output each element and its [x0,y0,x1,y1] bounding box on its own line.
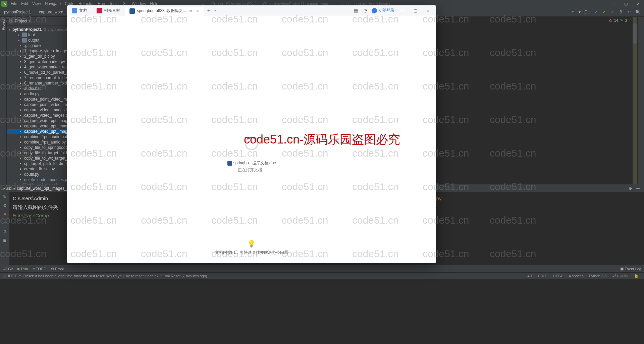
layout-icon[interactable]: ≡ [2,220,7,226]
play-icon: ▶ [17,267,20,271]
problems-tool-tab[interactable]: ⊘Probl... [51,267,67,271]
git-label: Git: [584,10,591,14]
caret-position[interactable]: 4:1 [525,274,535,278]
right-tool-strip [637,17,644,184]
left-tool-strip: Project [0,17,7,184]
print-icon[interactable]: ⎙ [2,229,7,234]
bottom-toolbar: ⎇Git ▶Run ≡TODO ⊘Probl... ▣Event Log [0,265,644,272]
word-icon [129,8,135,14]
file-encoding[interactable]: UTF-8 [550,274,566,278]
python-icon: ● [13,186,15,191]
chevron-up-icon[interactable]: ˄ [629,18,631,22]
run-tab[interactable]: capture_word_ppt_images_d... [17,186,72,191]
hint-text: 文档内按F1，可快速查找并解决办公问题 [215,250,288,255]
trash-icon[interactable]: 🗑 [2,238,7,243]
doc-maximize-button[interactable]: ▢ [411,6,420,15]
breadcrumb-project[interactable]: pythonProject1 [3,10,32,14]
run-settings-icon[interactable]: ⚙ [2,203,7,208]
rerun-icon[interactable]: ↻ [2,194,7,199]
tab-dropdown-icon[interactable]: ▾ [214,9,216,12]
chevron-down-icon[interactable]: ▾ [29,19,30,23]
branch-icon: ⎇ [3,267,7,271]
doc-tab-label: 文档 [79,8,87,13]
app-icon: PC [1,1,7,7]
warning-icon: ⚠ [609,18,612,22]
run-gear-icon[interactable]: ⚙ [627,186,634,191]
loading-status: springbo...据库文档.doc 正在打开文档... [227,160,276,173]
login-button[interactable]: 立即登录 [372,8,394,13]
status-icon[interactable]: ▢ [3,274,6,278]
tab-restore-icon[interactable]: ⧉ [190,9,192,13]
lock-icon[interactable]: 🔒 [631,274,641,278]
menu-file[interactable]: File [9,1,19,6]
doc-close-button[interactable]: ✕ [423,6,433,15]
inspection-widget[interactable]: ⚠ 14 ✎ 2 ˄ ˅ [609,18,635,22]
line-separator[interactable]: CRLF [535,274,550,278]
status-message: IDE Eval Reset: It has been a long time … [8,274,525,278]
git-tool-tab[interactable]: ⎇Git [3,267,13,271]
project-icon [9,19,13,23]
close-button[interactable]: ✕ [632,0,644,7]
run-tool-tab[interactable]: ▶Run [17,267,28,271]
tab-close-icon[interactable]: ✕ [196,9,199,13]
app-grid-icon[interactable]: ▦ [353,8,359,14]
build-icon[interactable]: ▾ [578,10,582,14]
git-history-icon[interactable]: ⏱ [618,10,624,14]
branch-icon: ⎇ [612,274,617,278]
loading-text: 正在打开文档... [227,167,276,173]
git-commit-icon[interactable]: ✓ [601,10,607,14]
doc-tab-label: springbootb633c数据库文... [137,8,186,14]
reload-icon[interactable]: ⟳ [570,10,575,14]
doc-tab-label: 稻壳素材 [104,8,120,13]
project-panel-title: Project [15,19,27,23]
word-file-icon [227,161,232,166]
document-hint: 💡 文档内按F1，可快速查找并解决办公问题 [215,240,288,255]
stop-icon[interactable]: ■ [2,212,7,217]
minimize-button[interactable]: — [608,0,620,7]
maximize-button[interactable]: ▢ [620,0,632,7]
git-branch[interactable]: ⎇ master [609,274,631,278]
doc-minimize-button[interactable]: — [398,6,407,15]
document-tabbar: 文档 稻壳素材 springbootb633c数据库文... ⧉ ✕ + ▾ ▦… [67,5,436,16]
chevron-down-icon[interactable]: ˅ [633,18,635,22]
menu-edit[interactable]: Edit [19,1,30,6]
weak-warning-count: 2 [625,18,627,22]
lightbulb-icon: 💡 [215,240,288,248]
interpreter[interactable]: Python 3.8 [586,274,609,278]
doc-tab-file[interactable]: springbootb633c数据库文... ⧉ ✕ [125,6,204,16]
doc-tab-home[interactable]: 文档 [67,6,92,16]
problems-icon: ⊘ [51,267,54,271]
run-label: Run: [3,186,11,191]
cloud-icon[interactable]: ◔ [362,8,368,14]
menu-navigate[interactable]: Navigate [43,1,63,6]
project-tool-tab[interactable]: Project [1,17,5,32]
template-icon [97,8,102,13]
git-push-icon[interactable]: ↗ [609,10,615,14]
editor-scrollbar[interactable] [633,23,637,44]
git-rollback-icon[interactable]: ↶ [626,10,632,14]
todo-tool-tab[interactable]: ≡TODO [33,267,46,271]
menu-view[interactable]: View [30,1,43,6]
doc-tab-templates[interactable]: 稻壳素材 [92,6,125,16]
indent-settings[interactable]: 4 spaces [566,274,586,278]
run-side-toolbar: ↻ ⚙ ■ ≡ ⎙ 🗑 [0,192,9,265]
run-hide-icon[interactable]: — [634,186,641,191]
todo-icon: ≡ [33,267,35,271]
event-log-icon: ▣ [620,267,624,271]
status-bar: ▢ IDE Eval Reset: It has been a long tim… [0,272,644,279]
git-pull-icon[interactable]: ✓ [593,10,599,14]
event-log-tab[interactable]: ▣Event Log [620,267,641,271]
loading-filename: springbo...据库文档.doc [233,160,276,166]
warning-count: 14 [614,18,618,22]
chevron-right-icon: 〉 [32,9,38,15]
document-icon [72,8,77,13]
search-icon[interactable]: 🔍 [634,10,641,14]
watermark-center: code51.cn-源码乐园盗图必究 [244,131,400,148]
avatar-icon [372,8,377,13]
new-tab-button[interactable]: + [204,8,214,14]
weak-warning-icon: ✎ [620,18,623,22]
